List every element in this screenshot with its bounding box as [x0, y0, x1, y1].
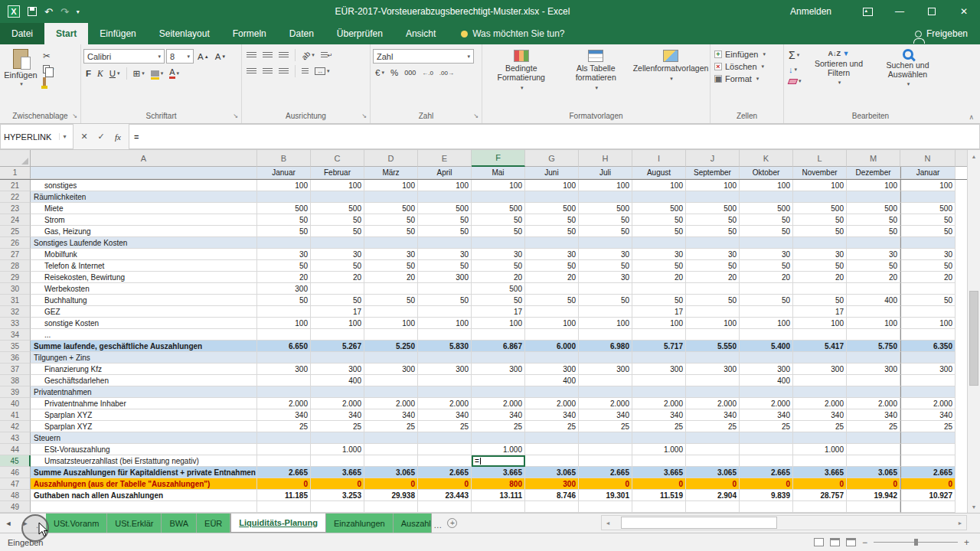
cell-K33[interactable]: 100 [740, 318, 793, 329]
cell-E39[interactable] [418, 386, 472, 398]
cell-N26[interactable] [900, 237, 956, 249]
merge-center-button[interactable]: ↔▾ [312, 67, 332, 76]
cell-H38[interactable] [579, 375, 632, 386]
cell-F49[interactable] [472, 501, 525, 513]
cell-K23[interactable]: 500 [740, 203, 793, 214]
cell-I35[interactable]: 5.717 [632, 341, 686, 352]
cell-F26[interactable] [472, 237, 525, 249]
cell-M43[interactable] [847, 432, 900, 444]
cell-M46[interactable]: 3.065 [847, 467, 900, 478]
cell-I44[interactable]: 1.000 [632, 444, 686, 455]
row-header-34[interactable]: 34 [0, 329, 31, 341]
cell-A24[interactable]: Strom [31, 214, 257, 226]
cell-J38[interactable] [686, 375, 740, 386]
align-right-button[interactable] [276, 67, 291, 76]
cell-C48[interactable]: 3.253 [311, 490, 364, 501]
cell-C39[interactable] [311, 386, 364, 398]
cell-F22[interactable] [472, 191, 525, 203]
cell-E48[interactable]: 23.443 [418, 490, 472, 501]
cell-E49[interactable] [418, 501, 472, 513]
cell-E33[interactable]: 100 [418, 318, 472, 329]
cell-J33[interactable]: 100 [686, 318, 740, 329]
cell-N40[interactable]: 2.000 [900, 398, 956, 409]
cell-L44[interactable]: 1.000 [793, 444, 847, 455]
cell-N31[interactable]: 50 [900, 295, 956, 306]
delete-cells-button[interactable]: ×Löschen▾ [713, 61, 781, 72]
cell-L33[interactable]: 100 [793, 318, 847, 329]
formula-input[interactable]: = [129, 124, 980, 149]
cell-B37[interactable]: 300 [257, 364, 311, 375]
cell-H25[interactable]: 50 [579, 226, 632, 237]
cell-F38[interactable] [472, 375, 525, 386]
cell-E27[interactable]: 30 [418, 249, 472, 260]
cell-C44[interactable]: 1.000 [311, 444, 364, 455]
cell-K34[interactable] [740, 329, 793, 341]
cell-C24[interactable]: 50 [311, 214, 364, 226]
vertical-scrollbar[interactable]: ▲ ▼ [967, 150, 980, 513]
cell-J29[interactable]: 20 [686, 272, 740, 283]
align-middle-button[interactable] [260, 51, 275, 60]
cell-B1[interactable]: Januar [257, 167, 311, 179]
cell-H48[interactable]: 19.301 [579, 490, 632, 501]
cell-K47[interactable]: 0 [740, 478, 793, 490]
tab-formeln[interactable]: Formeln [221, 23, 278, 44]
dialog-launcher-icon[interactable]: ↘ [233, 111, 238, 122]
column-header-F[interactable]: F [472, 150, 525, 167]
font-color-button[interactable]: A▾ [167, 67, 181, 80]
cell-N28[interactable]: 50 [900, 260, 956, 272]
cell-M28[interactable]: 50 [847, 260, 900, 272]
cell-L40[interactable]: 2.000 [793, 398, 847, 409]
cell-H27[interactable]: 30 [579, 249, 632, 260]
cell-B49[interactable] [257, 501, 311, 513]
cell-A39[interactable]: Privatentnahmen [31, 386, 257, 398]
row-header-29[interactable]: 29 [0, 272, 31, 283]
cell-G38[interactable]: 400 [525, 375, 579, 386]
comma-style-button[interactable]: 000 [402, 68, 418, 77]
row-header-21[interactable]: 21 [0, 180, 31, 191]
cell-M35[interactable]: 5.750 [847, 341, 900, 352]
cell-C23[interactable]: 500 [311, 203, 364, 214]
cell-D28[interactable]: 50 [364, 260, 418, 272]
cell-G29[interactable]: 20 [525, 272, 579, 283]
cell-J32[interactable] [686, 306, 740, 318]
minimize-button[interactable]: — [884, 0, 916, 23]
cell-D40[interactable]: 2.000 [364, 398, 418, 409]
cell-N29[interactable]: 20 [900, 272, 956, 283]
cell-E37[interactable]: 300 [418, 364, 472, 375]
cell-A27[interactable]: Mobilfunk [31, 249, 257, 260]
cell-G46[interactable]: 3.065 [525, 467, 579, 478]
cell-H47[interactable]: 0 [579, 478, 632, 490]
cell-C26[interactable] [311, 237, 364, 249]
cell-G43[interactable] [525, 432, 579, 444]
cell-N47[interactable]: 0 [900, 478, 956, 490]
cell-A43[interactable]: Steuern [31, 432, 257, 444]
cell-B23[interactable]: 500 [257, 203, 311, 214]
cell-F48[interactable]: 13.111 [472, 490, 525, 501]
cell-I27[interactable]: 30 [632, 249, 686, 260]
cell-N38[interactable] [900, 375, 956, 386]
cell-C1[interactable]: Februar [311, 167, 364, 179]
cell-C36[interactable] [311, 352, 364, 364]
cell-I23[interactable]: 500 [632, 203, 686, 214]
cell-G45[interactable] [525, 455, 579, 467]
row-header-39[interactable]: 39 [0, 386, 31, 398]
cell-styles-button[interactable]: Zellenformatvorlagen ▾ [634, 47, 707, 111]
cell-N21[interactable]: 100 [900, 180, 956, 191]
cell-F35[interactable]: 6.867 [472, 341, 525, 352]
row-header-38[interactable]: 38 [0, 375, 31, 386]
cell-I37[interactable]: 300 [632, 364, 686, 375]
cell-N32[interactable] [900, 306, 956, 318]
cell-M44[interactable] [847, 444, 900, 455]
cell-B42[interactable]: 25 [257, 421, 311, 432]
scroll-left-icon[interactable]: ◄ [602, 520, 614, 526]
cell-M25[interactable]: 50 [847, 226, 900, 237]
cell-D24[interactable]: 50 [364, 214, 418, 226]
cell-C47[interactable]: 0 [311, 478, 364, 490]
cell-K28[interactable]: 50 [740, 260, 793, 272]
cell-M48[interactable]: 19.942 [847, 490, 900, 501]
cell-D30[interactable] [364, 283, 418, 295]
borders-button[interactable]: ⊞▾ [131, 67, 147, 80]
scroll-up-icon[interactable]: ▲ [968, 150, 980, 162]
cell-B29[interactable]: 20 [257, 272, 311, 283]
cell-J23[interactable]: 500 [686, 203, 740, 214]
